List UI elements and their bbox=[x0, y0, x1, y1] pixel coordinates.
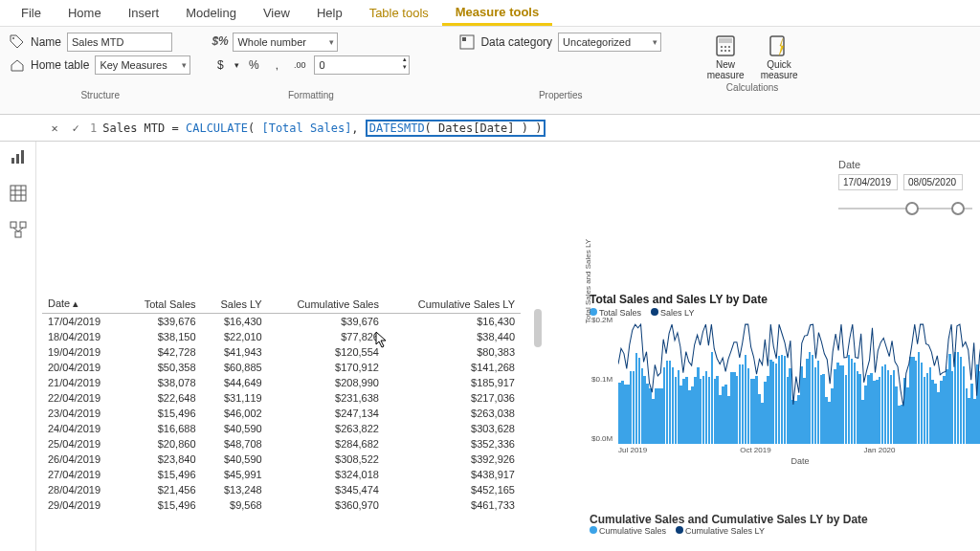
table-row[interactable]: 24/04/2019$16,688$40,590$263,822$303,628 bbox=[42, 421, 521, 436]
table-cell: 23/04/2019 bbox=[42, 406, 122, 421]
decimals-input[interactable]: 0▴▾ bbox=[314, 55, 410, 75]
table-row[interactable]: 20/04/2019$50,358$60,885$170,912$141,268 bbox=[42, 360, 521, 375]
data-category-label: Data category bbox=[480, 35, 552, 49]
table-cell: $185,917 bbox=[385, 375, 521, 390]
menu-modeling[interactable]: Modeling bbox=[172, 2, 250, 24]
data-category-icon bbox=[459, 34, 475, 50]
svg-point-7 bbox=[728, 46, 730, 48]
table-header[interactable]: Sales LY bbox=[202, 295, 268, 314]
menu-table-tools[interactable]: Table tools bbox=[356, 2, 442, 24]
svg-point-10 bbox=[728, 50, 730, 52]
menu-view[interactable]: View bbox=[250, 2, 303, 24]
table-scrollbar-thumb[interactable] bbox=[534, 309, 542, 347]
menu-help[interactable]: Help bbox=[303, 2, 356, 24]
table-cell: $231,638 bbox=[268, 390, 385, 406]
formula-cancel-button[interactable]: ✕ bbox=[44, 118, 65, 139]
table-cell: $40,590 bbox=[202, 452, 268, 467]
thousands-button[interactable]: ‚ bbox=[268, 56, 285, 74]
tag-icon bbox=[10, 34, 25, 50]
table-cell: 17/04/2019 bbox=[42, 314, 122, 330]
svg-point-8 bbox=[721, 50, 723, 52]
quick-measure-button[interactable]: Quick measure bbox=[755, 33, 803, 80]
data-view-button[interactable] bbox=[7, 182, 30, 205]
menu-home[interactable]: Home bbox=[55, 2, 115, 24]
table-cell: $42,728 bbox=[122, 344, 201, 360]
menu-file[interactable]: File bbox=[8, 2, 55, 24]
table-row[interactable]: 23/04/2019$15,496$46,002$247,134$263,038 bbox=[42, 406, 521, 421]
table-cell: $22,010 bbox=[202, 329, 268, 344]
chart-cumulative-sales[interactable]: Cumulative Sales and Cumulative Sales LY… bbox=[590, 513, 980, 538]
table-header[interactable]: Cumulative Sales bbox=[268, 295, 385, 314]
table-cell: $38,440 bbox=[385, 329, 521, 344]
chart-total-sales[interactable]: Total Sales and Sales LY by Date Total S… bbox=[590, 293, 980, 494]
table-header[interactable]: Total Sales bbox=[122, 295, 201, 314]
table-cell: $48,708 bbox=[202, 436, 268, 452]
svg-point-9 bbox=[724, 50, 726, 52]
table-row[interactable]: 27/04/2019$15,496$45,991$324,018$438,917 bbox=[42, 467, 521, 482]
table-cell: 22/04/2019 bbox=[42, 390, 122, 406]
table-cell: $208,990 bbox=[268, 375, 385, 390]
menu-insert[interactable]: Insert bbox=[115, 2, 173, 24]
svg-rect-20 bbox=[11, 222, 16, 228]
slider-handle-from[interactable] bbox=[905, 202, 919, 215]
slicer-from-input[interactable]: 17/04/2019 bbox=[838, 174, 898, 190]
svg-rect-12 bbox=[11, 158, 14, 164]
quick-measure-icon bbox=[768, 33, 791, 59]
chart1-ytick: $0.0M bbox=[591, 434, 612, 443]
slicer-slider[interactable] bbox=[838, 200, 972, 219]
table-row[interactable]: 28/04/2019$21,456$13,248$345,474$452,165 bbox=[42, 482, 521, 497]
percent-button[interactable]: % bbox=[245, 56, 262, 74]
table-cell: $44,649 bbox=[202, 375, 268, 390]
table-cell: 20/04/2019 bbox=[42, 360, 122, 375]
formula-commit-button[interactable]: ✓ bbox=[65, 118, 86, 139]
menubar: FileHomeInsertModelingViewHelpTable tool… bbox=[0, 0, 980, 27]
data-category-select[interactable]: Uncategorized bbox=[558, 33, 661, 52]
table-cell: 26/04/2019 bbox=[42, 452, 122, 467]
table-cell: $263,822 bbox=[268, 421, 385, 436]
new-measure-button[interactable]: New measure bbox=[702, 33, 749, 80]
table-cell: $120,554 bbox=[268, 344, 385, 360]
measure-name-input[interactable]: Sales MTD bbox=[67, 33, 172, 52]
formula-bar: ✕ ✓ 1 Sales MTD = CALCULATE( [Total Sale… bbox=[0, 115, 980, 142]
date-slicer[interactable]: Date 17/04/2019 08/05/2020 bbox=[838, 159, 972, 219]
svg-point-6 bbox=[724, 46, 726, 48]
slider-handle-to[interactable] bbox=[951, 202, 965, 215]
calculator-icon bbox=[714, 33, 737, 59]
svg-rect-2 bbox=[462, 37, 466, 41]
slicer-to-input[interactable]: 08/05/2020 bbox=[903, 174, 963, 190]
table-cell: $9,568 bbox=[202, 497, 268, 513]
table-cell: $40,590 bbox=[202, 421, 268, 436]
table-row[interactable]: 25/04/2019$20,860$48,708$284,682$352,336 bbox=[42, 436, 521, 452]
svg-rect-15 bbox=[11, 186, 26, 201]
table-row[interactable]: 19/04/2019$42,728$41,943$120,554$80,383 bbox=[42, 344, 521, 360]
decimals-button[interactable]: .00 bbox=[291, 56, 308, 74]
table-row[interactable]: 22/04/2019$22,648$31,119$231,638$217,036 bbox=[42, 390, 521, 406]
table-row[interactable]: 18/04/2019$38,150$22,010$77,826$38,440 bbox=[42, 329, 521, 344]
table-header[interactable]: Date ▴ bbox=[42, 295, 122, 314]
table-cell: 27/04/2019 bbox=[42, 467, 122, 482]
formula-input[interactable]: 1 Sales MTD = CALCULATE( [Total Sales], … bbox=[86, 121, 980, 135]
table-visual[interactable]: Date ▴Total SalesSales LYCumulative Sale… bbox=[42, 295, 521, 513]
table-cell: 19/04/2019 bbox=[42, 344, 122, 360]
table-cell: $308,522 bbox=[268, 452, 385, 467]
format-select[interactable]: Whole number bbox=[233, 33, 338, 52]
table-cell: $39,676 bbox=[268, 314, 385, 330]
table-cell: 25/04/2019 bbox=[42, 436, 122, 452]
table-row[interactable]: 21/04/2019$38,078$44,649$208,990$185,917 bbox=[42, 375, 521, 390]
table-header[interactable]: Cumulative Sales LY bbox=[385, 295, 521, 314]
ribbon-group-properties: Data category Uncategorized Properties bbox=[459, 33, 661, 100]
chart1-ytick: $0.2M bbox=[591, 316, 612, 324]
table-cell: $284,682 bbox=[268, 436, 385, 452]
table-cell: $38,150 bbox=[122, 329, 201, 344]
table-row[interactable]: 26/04/2019$23,840$40,590$308,522$392,926 bbox=[42, 452, 521, 467]
formula-line-number: 1 bbox=[90, 121, 97, 135]
table-cell: $80,383 bbox=[385, 344, 521, 360]
currency-button[interactable]: $ bbox=[212, 56, 229, 74]
home-table-select[interactable]: Key Measures bbox=[95, 55, 190, 75]
table-row[interactable]: 17/04/2019$39,676$16,430$39,676$16,430 bbox=[42, 314, 521, 330]
table-cell: $38,078 bbox=[122, 375, 201, 390]
table-row[interactable]: 29/04/2019$15,496$9,568$360,970$461,733 bbox=[42, 497, 521, 513]
menu-measure-tools[interactable]: Measure tools bbox=[442, 1, 552, 26]
model-view-button[interactable] bbox=[7, 218, 30, 241]
report-view-button[interactable] bbox=[7, 145, 30, 168]
